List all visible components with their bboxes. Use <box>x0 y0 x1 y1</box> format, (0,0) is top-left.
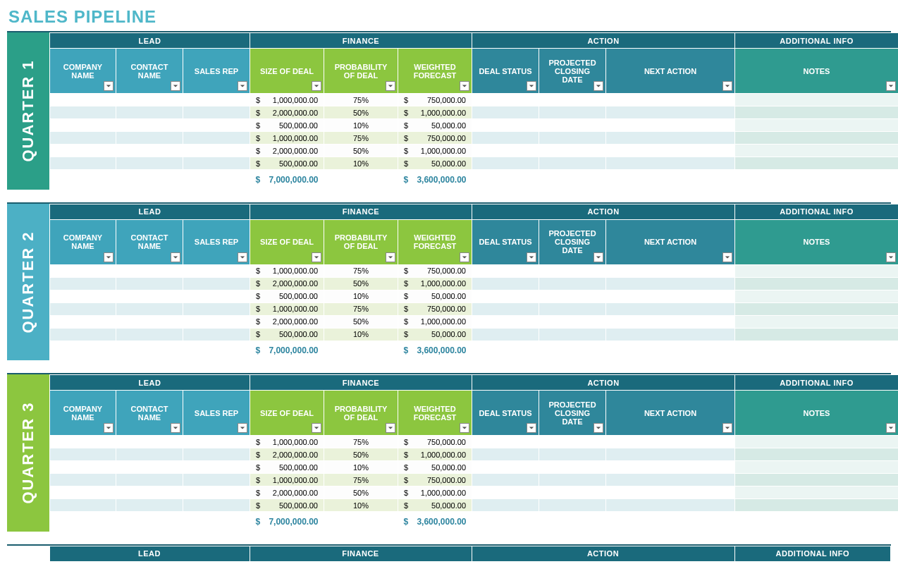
data-row[interactable]: $2,000,000.0050%$1,000,000.00 <box>50 106 899 119</box>
cell-forecast[interactable]: $1,000,000.00 <box>398 315 472 328</box>
cell-company[interactable] <box>50 302 116 315</box>
cell-company[interactable] <box>50 315 116 328</box>
cell-rep[interactable] <box>183 145 250 157</box>
cell-rep[interactable] <box>183 290 250 302</box>
cell-status[interactable] <box>472 486 539 499</box>
cell-status[interactable] <box>472 119 539 132</box>
cell-closing[interactable] <box>539 277 606 290</box>
filter-rep[interactable] <box>238 423 247 433</box>
cell-company[interactable] <box>50 461 116 474</box>
cell-company[interactable] <box>50 486 116 499</box>
cell-notes[interactable] <box>735 486 899 499</box>
cell-next[interactable] <box>606 157 735 170</box>
cell-contact[interactable] <box>116 499 183 512</box>
filter-prob[interactable] <box>386 81 395 91</box>
cell-status[interactable] <box>472 474 539 486</box>
cell-status[interactable] <box>472 264 539 277</box>
filter-rep[interactable] <box>238 252 247 262</box>
filter-status[interactable] <box>527 81 536 91</box>
cell-closing[interactable] <box>539 486 606 499</box>
cell-forecast[interactable]: $50,000.00 <box>398 461 472 474</box>
cell-forecast[interactable]: $50,000.00 <box>398 290 472 302</box>
cell-closing[interactable] <box>539 448 606 461</box>
cell-size[interactable]: $2,000,000.00 <box>250 277 324 290</box>
cell-company[interactable] <box>50 157 116 170</box>
cell-prob[interactable]: 50% <box>324 486 398 499</box>
filter-contact[interactable] <box>171 252 180 262</box>
cell-next[interactable] <box>606 436 735 448</box>
cell-closing[interactable] <box>539 290 606 302</box>
data-row[interactable]: $500,000.0010%$50,000.00 <box>50 119 899 132</box>
cell-contact[interactable] <box>116 94 183 106</box>
cell-notes[interactable] <box>735 119 899 132</box>
filter-size[interactable] <box>312 423 321 433</box>
cell-forecast[interactable]: $750,000.00 <box>398 132 472 145</box>
data-row[interactable]: $2,000,000.0050%$1,000,000.00 <box>50 315 899 328</box>
cell-prob[interactable]: 10% <box>324 461 398 474</box>
cell-notes[interactable] <box>735 132 899 145</box>
filter-size[interactable] <box>312 81 321 91</box>
filter-size[interactable] <box>312 252 321 262</box>
cell-next[interactable] <box>606 106 735 119</box>
cell-forecast[interactable]: $1,000,000.00 <box>398 277 472 290</box>
cell-contact[interactable] <box>116 145 183 157</box>
cell-status[interactable] <box>472 106 539 119</box>
cell-prob[interactable]: 50% <box>324 315 398 328</box>
cell-forecast[interactable]: $750,000.00 <box>398 94 472 106</box>
filter-forecast[interactable] <box>460 423 469 433</box>
cell-rep[interactable] <box>183 448 250 461</box>
cell-next[interactable] <box>606 94 735 106</box>
cell-next[interactable] <box>606 486 735 499</box>
cell-rep[interactable] <box>183 486 250 499</box>
cell-prob[interactable]: 10% <box>324 290 398 302</box>
cell-notes[interactable] <box>735 461 899 474</box>
cell-size[interactable]: $500,000.00 <box>250 157 324 170</box>
cell-rep[interactable] <box>183 315 250 328</box>
cell-forecast[interactable]: $50,000.00 <box>398 119 472 132</box>
cell-size[interactable]: $1,000,000.00 <box>250 264 324 277</box>
cell-notes[interactable] <box>735 436 899 448</box>
cell-contact[interactable] <box>116 461 183 474</box>
cell-contact[interactable] <box>116 290 183 302</box>
cell-size[interactable]: $2,000,000.00 <box>250 145 324 157</box>
cell-contact[interactable] <box>116 119 183 132</box>
cell-closing[interactable] <box>539 157 606 170</box>
cell-size[interactable]: $1,000,000.00 <box>250 436 324 448</box>
cell-rep[interactable] <box>183 302 250 315</box>
cell-rep[interactable] <box>183 106 250 119</box>
filter-notes[interactable] <box>886 81 896 91</box>
cell-forecast[interactable]: $1,000,000.00 <box>398 448 472 461</box>
cell-contact[interactable] <box>116 157 183 170</box>
cell-prob[interactable]: 10% <box>324 499 398 512</box>
cell-prob[interactable]: 10% <box>324 328 398 341</box>
filter-company[interactable] <box>104 423 113 433</box>
data-row[interactable]: $1,000,000.0075%$750,000.00 <box>50 302 899 315</box>
data-row[interactable]: $1,000,000.0075%$750,000.00 <box>50 436 899 448</box>
cell-forecast[interactable]: $50,000.00 <box>398 328 472 341</box>
cell-closing[interactable] <box>539 132 606 145</box>
cell-status[interactable] <box>472 145 539 157</box>
data-row[interactable]: $1,000,000.0075%$750,000.00 <box>50 264 899 277</box>
cell-notes[interactable] <box>735 157 899 170</box>
cell-closing[interactable] <box>539 264 606 277</box>
cell-closing[interactable] <box>539 145 606 157</box>
cell-closing[interactable] <box>539 474 606 486</box>
filter-rep[interactable] <box>238 81 247 91</box>
cell-closing[interactable] <box>539 461 606 474</box>
cell-notes[interactable] <box>735 302 899 315</box>
data-row[interactable]: $2,000,000.0050%$1,000,000.00 <box>50 486 899 499</box>
cell-notes[interactable] <box>735 328 899 341</box>
cell-prob[interactable]: 50% <box>324 277 398 290</box>
cell-company[interactable] <box>50 499 116 512</box>
cell-contact[interactable] <box>116 302 183 315</box>
filter-prob[interactable] <box>386 252 395 262</box>
cell-closing[interactable] <box>539 328 606 341</box>
cell-size[interactable]: $2,000,000.00 <box>250 486 324 499</box>
cell-forecast[interactable]: $1,000,000.00 <box>398 486 472 499</box>
cell-prob[interactable]: 10% <box>324 119 398 132</box>
cell-contact[interactable] <box>116 436 183 448</box>
cell-next[interactable] <box>606 302 735 315</box>
cell-status[interactable] <box>472 436 539 448</box>
cell-status[interactable] <box>472 302 539 315</box>
data-row[interactable]: $1,000,000.0075%$750,000.00 <box>50 474 899 486</box>
